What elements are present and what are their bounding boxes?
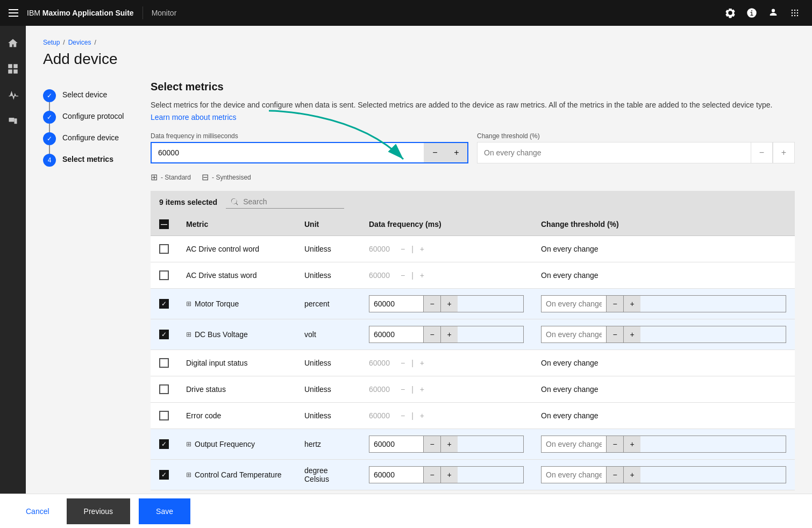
freq-increase-button[interactable]: + xyxy=(440,467,458,483)
row-checkbox[interactable] xyxy=(159,358,169,368)
frequency-increase-button[interactable]: + xyxy=(446,143,467,162)
legend-synthesised: ⊟ - Synthesised xyxy=(202,172,251,182)
save-button[interactable]: Save xyxy=(139,498,190,524)
metric-name-text: Drive status xyxy=(186,385,226,394)
thresh-increase-button[interactable]: + xyxy=(623,296,640,312)
frequency-cell: 60000−|+ xyxy=(360,262,532,289)
table-row: ✓⊞Motor Torquepercent−+−+ xyxy=(151,289,795,319)
thresh-decrease-button[interactable]: − xyxy=(606,296,623,312)
metric-name-cell: ⊞Control Card Temperature xyxy=(177,460,296,490)
breadcrumb-setup[interactable]: Setup xyxy=(43,39,60,46)
sidebar-dashboard[interactable] xyxy=(0,56,26,82)
breadcrumb-sep1: / xyxy=(63,39,65,46)
row-checkbox[interactable]: ✓ xyxy=(159,439,169,449)
previous-button[interactable]: Previous xyxy=(67,498,130,524)
thresh-increase-button[interactable]: + xyxy=(623,467,640,483)
row-checkbox[interactable] xyxy=(159,411,169,420)
threshold-input[interactable] xyxy=(478,142,751,163)
table-header: — Metric Unit Data frequency (ms) Change… xyxy=(151,213,795,236)
frequency-label: Data frequency in milliseconds xyxy=(151,132,468,140)
table-row: AC Drive control wordUnitless60000−|+On … xyxy=(151,236,795,262)
standard-icon: ⊞ xyxy=(151,172,158,182)
header-checkbox[interactable]: — xyxy=(159,219,169,229)
threshold-text: On every change xyxy=(541,411,599,420)
row-checkbox[interactable]: ✓ xyxy=(159,330,169,339)
freq-increase-button[interactable]: + xyxy=(440,326,458,343)
row-checkbox[interactable] xyxy=(159,244,169,254)
freq-input[interactable] xyxy=(369,436,423,452)
frequency-cell: −+ xyxy=(360,289,532,319)
step-check-3: ✓ xyxy=(47,135,52,142)
apps-icon[interactable] xyxy=(786,4,803,22)
sidebar-home[interactable] xyxy=(0,30,26,56)
header-unit: Unit xyxy=(296,213,360,236)
row-checkbox[interactable]: ✓ xyxy=(159,299,169,309)
freq-decrease-button[interactable]: − xyxy=(423,296,440,312)
thresh-input-group: −+ xyxy=(541,295,786,312)
freq-input[interactable] xyxy=(369,296,423,312)
threshold-cell: On every change xyxy=(532,236,795,262)
thresh-decrease-button[interactable]: − xyxy=(606,326,623,343)
freq-decrease-button[interactable]: − xyxy=(423,467,440,483)
sidebar-activity[interactable] xyxy=(0,82,26,108)
frequency-cell: 60000−|+ xyxy=(360,403,532,429)
threshold-cell: On every change xyxy=(532,403,795,429)
thresh-decrease-button[interactable]: − xyxy=(606,467,623,483)
sidebar-devices[interactable] xyxy=(0,108,26,133)
freq-inactive: 60000−|+ xyxy=(369,383,524,396)
breadcrumb-devices[interactable]: Devices xyxy=(68,39,91,46)
freq-input[interactable] xyxy=(369,326,423,343)
thresh-input[interactable] xyxy=(542,467,606,483)
freq-increase-button[interactable]: + xyxy=(440,296,458,312)
cancel-button[interactable]: Cancel xyxy=(17,503,58,520)
thresh-input[interactable] xyxy=(542,436,606,452)
synthesised-label: - Synthesised xyxy=(212,174,251,181)
thresh-increase-button[interactable]: + xyxy=(623,326,640,343)
freq-input-group: −+ xyxy=(369,295,524,312)
thresh-input[interactable] xyxy=(542,296,606,312)
threshold-input-group: − + xyxy=(477,142,795,163)
metric-name-cell: ⊞DC Bus Voltage xyxy=(177,319,296,350)
freq-input[interactable] xyxy=(369,467,423,483)
nav-divider xyxy=(143,6,143,19)
user-icon[interactable] xyxy=(765,4,782,22)
table-toolbar: 9 items selected xyxy=(151,191,795,213)
search-wrap xyxy=(226,195,344,209)
freq-inactive-value: 60000 xyxy=(369,359,394,367)
row-checkbox[interactable]: ✓ xyxy=(159,470,169,480)
thresh-increase-button[interactable]: + xyxy=(623,436,640,452)
unit-cell: Unitless xyxy=(296,376,360,403)
row-checkbox[interactable] xyxy=(159,270,169,280)
menu-button[interactable] xyxy=(9,9,18,17)
thresh-input[interactable] xyxy=(542,326,606,343)
unit-cell: Unitless xyxy=(296,236,360,262)
threshold-text: On every change xyxy=(541,359,599,367)
help-icon[interactable] xyxy=(743,4,760,22)
table-row: Error codeUnitless60000−|+On every chang… xyxy=(151,403,795,429)
breadcrumb: Setup / Devices / xyxy=(43,39,795,46)
frequency-cell: −+ xyxy=(360,460,532,490)
thresh-decrease-button[interactable]: − xyxy=(606,436,623,452)
search-input[interactable] xyxy=(243,197,340,206)
row-checkbox[interactable] xyxy=(159,384,169,394)
freq-increase-button[interactable]: + xyxy=(440,436,458,452)
svg-point-2 xyxy=(797,10,799,11)
metric-name-cell: ⊞Output Frequency xyxy=(177,429,296,460)
settings-icon[interactable] xyxy=(722,4,739,22)
product-name: Monitor xyxy=(152,9,177,17)
check-mark: ✓ xyxy=(161,441,167,447)
frequency-decrease-button[interactable]: − xyxy=(424,143,446,162)
threshold-increase-button[interactable]: + xyxy=(773,142,794,163)
threshold-decrease-button[interactable]: − xyxy=(751,142,772,163)
freq-decrease-button[interactable]: − xyxy=(423,326,440,343)
metric-name-cell: Error code xyxy=(177,403,296,429)
freq-inactive-increase: + xyxy=(418,269,426,282)
learn-more-link[interactable]: Learn more about metrics xyxy=(151,113,237,122)
section-title: Select metrics xyxy=(151,81,795,93)
metric-name-text: DC Bus Voltage xyxy=(195,330,248,339)
metrics-table: — Metric Unit Data frequency (ms) Change… xyxy=(151,213,795,490)
threshold-cell: −+ xyxy=(532,319,795,350)
frequency-input[interactable] xyxy=(152,143,424,162)
freq-decrease-button[interactable]: − xyxy=(423,436,440,452)
threshold-text: On every change xyxy=(541,385,599,394)
